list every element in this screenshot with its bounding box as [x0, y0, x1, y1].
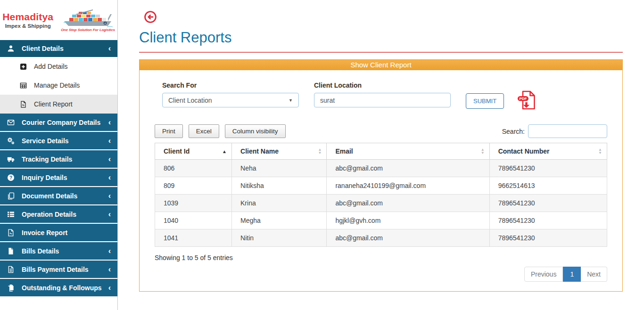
client-report-panel: Show Client Report Search For Client Loc… — [139, 59, 623, 292]
submit-button[interactable]: SUBMIT — [466, 93, 504, 109]
column-header-contact-number[interactable]: Contact Number▲▼ — [489, 143, 607, 160]
sidebar-item-invoice-report[interactable]: Invoice Report — [0, 224, 117, 242]
back-button[interactable] — [144, 10, 157, 25]
page-title: Client Reports — [139, 29, 623, 46]
question-circle-icon: ? — [7, 174, 15, 181]
column-header-client-id[interactable]: Client Id▲ — [155, 143, 232, 160]
table-header: Client Id▲Client Name▲▼Email▲▼Contact Nu… — [155, 143, 607, 160]
copy-icon — [7, 192, 15, 200]
table-cell: 1040 — [155, 212, 232, 229]
table-info: Showing 1 to 5 of 5 entries — [155, 254, 607, 261]
panel-title: Show Client Report — [140, 60, 622, 70]
ship-logo: One Stop Solution For Logistics — [61, 8, 115, 32]
brand-tagline: Impex & Shipping — [2, 23, 53, 29]
search-for-select[interactable]: Client Location ▼ — [162, 93, 299, 107]
table-row: 809Nitiksharananeha2410199@gmail.com9662… — [155, 177, 607, 195]
sidebar-item-label: Outstanding & Followups — [22, 284, 102, 292]
files-icon — [7, 284, 15, 292]
client-location-group: Client Location — [314, 82, 451, 107]
table-cell: 7896541230 — [489, 212, 607, 229]
brand-slogan: One Stop Solution For Logistics — [61, 28, 115, 32]
sidebar-item-label: Operation Details — [22, 211, 76, 218]
brand-logo: Hemaditya Impex & Shipping One Stop — [0, 0, 117, 40]
column-label: Client Id — [164, 147, 190, 155]
table-cell: rananeha2410199@gmail.com — [327, 177, 489, 195]
sort-icon: ▲▼ — [481, 148, 485, 155]
svg-text:PDF: PDF — [520, 97, 527, 101]
sidebar-item-manage-details[interactable]: Manage Details — [0, 76, 117, 95]
table-cell: 7896541230 — [489, 229, 607, 247]
search-for-group: Search For Client Location ▼ — [162, 82, 299, 107]
file-pdf-icon — [7, 229, 15, 237]
sidebar-item-label: Add Details — [34, 63, 68, 70]
main-content: Client Reports Show Client Report Search… — [118, 0, 644, 310]
user-icon — [7, 45, 15, 52]
sidebar-item-label: Courier Company Details — [22, 119, 100, 126]
table-search-input[interactable] — [528, 124, 607, 138]
sidebar-item-bills-details[interactable]: Bills Details‹ — [0, 242, 117, 261]
back-arrow-icon — [144, 10, 157, 24]
chevron-left-icon: ‹ — [106, 137, 111, 145]
search-form: Search For Client Location ▼ Client Loca… — [162, 82, 607, 112]
sidebar-item-courier-company-details[interactable]: Courier Company Details‹ — [0, 114, 117, 132]
table-cell: 1039 — [155, 195, 232, 212]
sidebar-item-label: Client Report — [34, 100, 73, 108]
sidebar-item-outstanding-followups[interactable]: Outstanding & Followups‹ — [0, 279, 117, 297]
table-cell: hgjkl@gvh.com — [327, 212, 489, 229]
print-button[interactable]: Print — [155, 124, 183, 138]
sidebar-item-bills-payment-details[interactable]: Bills Payment Details‹ — [0, 261, 117, 279]
sidebar-item-tracking-details[interactable]: Tracking Details‹ — [0, 150, 117, 169]
sidebar-item-operation-details[interactable]: Operation Details‹ — [0, 205, 117, 224]
table-cell: 7896541230 — [489, 160, 607, 177]
column-visibility-button[interactable]: Column visibility — [225, 124, 286, 138]
table-cell: Megha — [232, 212, 327, 229]
sidebar-item-label: Tracking Details — [22, 155, 72, 163]
pagination-previous-button[interactable]: Previous — [524, 267, 563, 282]
envelope-icon — [7, 119, 15, 126]
column-header-client-name[interactable]: Client Name▲▼ — [232, 143, 327, 160]
sidebar: Hemaditya Impex & Shipping One Stop — [0, 0, 118, 310]
table-cell: Nitiksha — [232, 177, 327, 195]
app-window: Hemaditya Impex & Shipping One Stop — [0, 0, 644, 310]
table-cell: 7896541230 — [489, 195, 607, 212]
sidebar-item-inquiry-details[interactable]: ?Inquiry Details‹ — [0, 169, 117, 187]
column-label: Contact Number — [498, 147, 550, 155]
pagination-page-1-button[interactable]: 1 — [563, 267, 581, 282]
sidebar-item-label: Document Details — [22, 192, 77, 200]
sidebar-item-service-details[interactable]: Service Details‹ — [0, 132, 117, 150]
search-for-label: Search For — [162, 82, 299, 89]
chevron-left-icon: ‹ — [106, 247, 111, 255]
sidebar-item-client-report[interactable]: Client Report — [0, 95, 117, 114]
table-header-row: Client Id▲Client Name▲▼Email▲▼Contact Nu… — [155, 143, 607, 160]
sidebar-item-add-details[interactable]: Add Details — [0, 57, 117, 76]
sidebar-item-document-details[interactable]: Document Details‹ — [0, 187, 117, 205]
column-header-email[interactable]: Email▲▼ — [327, 143, 489, 160]
search-label: Search: — [502, 128, 525, 135]
search-for-selected-value: Client Location — [168, 97, 212, 104]
client-location-input[interactable] — [314, 93, 451, 107]
column-label: Email — [335, 147, 353, 155]
table-row: 1039Krinaabc@gmail.com7896541230 — [155, 195, 607, 212]
table-cell: 806 — [155, 160, 232, 177]
plus-square-icon — [19, 63, 27, 70]
excel-button[interactable]: Excel — [189, 124, 219, 138]
sidebar-item-label: Service Details — [22, 137, 69, 145]
pagination-next-button[interactable]: Next — [581, 267, 607, 282]
client-report-table: Client Id▲Client Name▲▼Email▲▼Contact Nu… — [155, 143, 607, 247]
file-icon — [7, 247, 15, 255]
truck-icon — [7, 155, 15, 163]
pdf-export-button[interactable]: PDF — [516, 90, 537, 112]
chevron-left-icon: ‹ — [106, 174, 111, 181]
sidebar-item-label: Inquiry Details — [22, 174, 67, 181]
sidebar-item-label: Invoice Report — [22, 229, 67, 237]
pdf-download-icon: PDF — [516, 90, 537, 110]
chevron-left-icon: ‹ — [106, 284, 111, 292]
table-toolbar: PrintExcelColumn visibility Search: — [155, 124, 607, 138]
table-cell: Nitin — [232, 229, 327, 247]
sidebar-nav: Client Details‹Add DetailsManage Details… — [0, 40, 117, 297]
table-cell: 1041 — [155, 229, 232, 247]
chevron-left-icon: ‹ — [106, 45, 111, 52]
sidebar-item-client-details[interactable]: Client Details‹ — [0, 40, 117, 57]
chevron-left-icon: ‹ — [106, 211, 111, 218]
table-row: 1040Meghahgjkl@gvh.com7896541230 — [155, 212, 607, 229]
